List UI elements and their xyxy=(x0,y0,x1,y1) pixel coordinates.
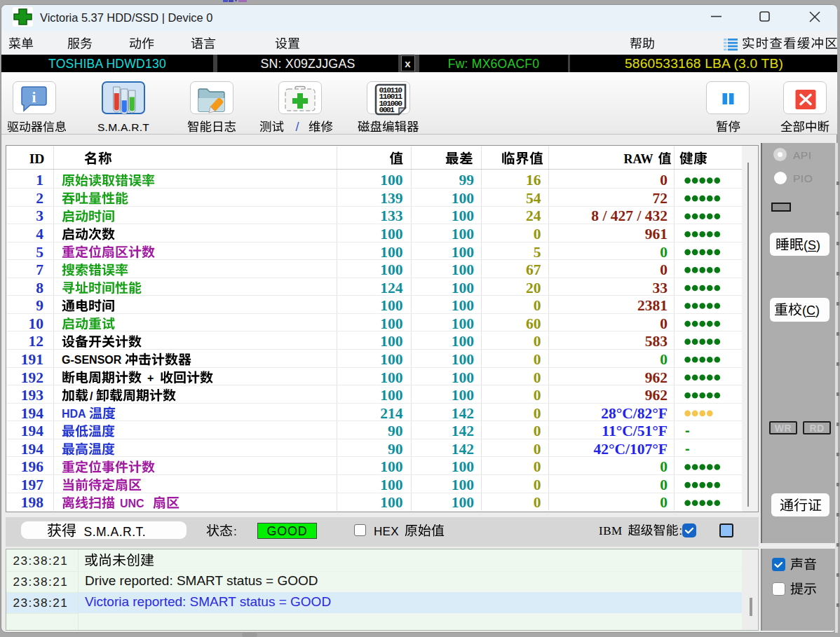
svg-text:2381: 2381 xyxy=(637,297,668,314)
svg-text:-: - xyxy=(685,441,690,456)
svg-text:0: 0 xyxy=(534,458,541,475)
svg-text:54: 54 xyxy=(526,190,541,207)
svg-text:10: 10 xyxy=(29,315,44,332)
svg-text:/: / xyxy=(296,120,299,134)
svg-text:8: 8 xyxy=(36,280,43,296)
svg-text:0: 0 xyxy=(660,244,668,261)
svg-text:Victoria 5.37 HDD/SSD | Device: Victoria 5.37 HDD/SSD | Device 0 xyxy=(40,11,212,24)
svg-text:4: 4 xyxy=(36,226,43,242)
svg-text:5860533168 LBA (3.0 TB): 5860533168 LBA (3.0 TB) xyxy=(625,56,783,71)
svg-text:214: 214 xyxy=(380,405,403,422)
svg-text:124: 124 xyxy=(380,280,403,296)
svg-text:x: x xyxy=(405,57,411,69)
svg-text:192: 192 xyxy=(21,369,43,386)
svg-text:100: 100 xyxy=(452,190,474,207)
svg-text:Victoria reported: SMART statu: Victoria reported: SMART status = GOOD xyxy=(85,594,331,609)
svg-text:100: 100 xyxy=(452,261,474,278)
svg-text:): ) xyxy=(816,238,820,252)
svg-text:RAW: RAW xyxy=(624,152,653,166)
svg-text:142: 142 xyxy=(452,441,474,458)
svg-text:194: 194 xyxy=(21,441,44,458)
svg-text:100: 100 xyxy=(452,280,474,296)
svg-text:100: 100 xyxy=(380,351,402,368)
svg-text:SN: X09ZJJGAS: SN: X09ZJJGAS xyxy=(260,57,355,71)
svg-text:100: 100 xyxy=(452,369,474,386)
svg-text:S.M.A.R.T.: S.M.A.R.T. xyxy=(84,525,147,539)
svg-text:-: - xyxy=(685,423,690,438)
svg-text:0: 0 xyxy=(534,369,541,386)
svg-text:0: 0 xyxy=(534,405,541,422)
svg-text:0: 0 xyxy=(660,494,668,511)
svg-text:0: 0 xyxy=(660,261,668,278)
svg-text:100: 100 xyxy=(380,226,402,242)
svg-text:RD: RD xyxy=(809,423,824,434)
svg-text:72: 72 xyxy=(653,190,668,207)
svg-text:C: C xyxy=(806,303,815,317)
svg-text:9: 9 xyxy=(36,297,43,314)
svg-text:100: 100 xyxy=(380,244,402,261)
svg-text:5: 5 xyxy=(534,244,541,261)
svg-text:/: / xyxy=(90,390,93,402)
svg-text:142: 142 xyxy=(452,405,474,422)
svg-text:8 / 427 / 432: 8 / 427 / 432 xyxy=(591,207,668,224)
svg-text:0: 0 xyxy=(534,423,541,439)
svg-text:20: 20 xyxy=(526,280,541,296)
svg-text:1: 1 xyxy=(36,172,43,189)
svg-text:7: 7 xyxy=(36,261,43,278)
svg-text:962: 962 xyxy=(645,369,668,386)
svg-text:Drive reported: SMART status =: Drive reported: SMART status = GOOD xyxy=(85,573,318,588)
svg-text:196: 196 xyxy=(21,458,44,475)
svg-text:100: 100 xyxy=(452,351,474,368)
svg-text:100: 100 xyxy=(452,315,474,332)
svg-text::: : xyxy=(233,525,237,538)
svg-text:193: 193 xyxy=(21,387,44,404)
svg-text:+: + xyxy=(147,372,154,384)
svg-text:100: 100 xyxy=(452,226,474,242)
svg-text:100: 100 xyxy=(452,244,474,261)
svg-text:100: 100 xyxy=(380,315,402,332)
svg-text:100: 100 xyxy=(452,477,474,493)
svg-text:i: i xyxy=(32,89,36,106)
svg-text:0001: 0001 xyxy=(379,106,395,114)
svg-text:23:38:21: 23:38:21 xyxy=(13,596,69,610)
svg-text:0: 0 xyxy=(534,387,541,404)
svg-text:100: 100 xyxy=(380,261,402,278)
svg-text:HEX: HEX xyxy=(374,525,399,538)
svg-text:G-SENSOR: G-SENSOR xyxy=(62,354,122,366)
svg-text:): ) xyxy=(815,303,820,317)
svg-text:100: 100 xyxy=(452,494,474,511)
svg-text:194: 194 xyxy=(21,423,44,439)
svg-text:100: 100 xyxy=(452,207,474,224)
svg-text:11°C/51°F: 11°C/51°F xyxy=(602,423,668,439)
svg-text:33: 33 xyxy=(653,280,668,296)
svg-text:197: 197 xyxy=(21,477,44,493)
svg-text:0: 0 xyxy=(534,297,541,314)
svg-text:0: 0 xyxy=(660,477,668,493)
svg-text:0: 0 xyxy=(534,333,541,350)
svg-text:PIO: PIO xyxy=(793,172,813,184)
svg-text:0: 0 xyxy=(660,172,668,189)
svg-text:60: 60 xyxy=(526,315,541,332)
svg-text:100: 100 xyxy=(452,458,474,475)
svg-text:194: 194 xyxy=(21,405,44,422)
svg-text:5: 5 xyxy=(36,244,43,261)
svg-text:583: 583 xyxy=(645,333,668,350)
svg-text:100: 100 xyxy=(380,458,402,475)
svg-text:100: 100 xyxy=(380,333,402,350)
svg-text:UNC: UNC xyxy=(120,498,144,509)
svg-text:IBM: IBM xyxy=(599,524,623,537)
svg-text:S.M.A.R.T: S.M.A.R.T xyxy=(97,121,149,133)
svg-text:100: 100 xyxy=(380,387,402,404)
svg-text:67: 67 xyxy=(526,261,541,278)
svg-text:139: 139 xyxy=(380,190,402,207)
svg-text:2: 2 xyxy=(36,190,43,207)
svg-text:133: 133 xyxy=(380,207,403,224)
svg-text:28°C/82°F: 28°C/82°F xyxy=(601,405,668,422)
svg-text:100: 100 xyxy=(380,494,402,511)
svg-text:0: 0 xyxy=(534,477,541,493)
svg-text:0: 0 xyxy=(534,441,541,458)
svg-text:0: 0 xyxy=(534,494,541,511)
svg-text:TOSHIBA HDWD130: TOSHIBA HDWD130 xyxy=(48,57,166,71)
svg-text:198: 198 xyxy=(21,494,44,511)
svg-text:23:38:21: 23:38:21 xyxy=(13,554,69,568)
